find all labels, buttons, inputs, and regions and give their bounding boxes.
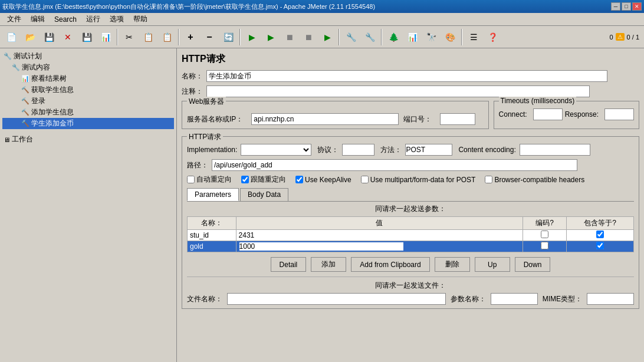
- checkbox-browser-compat[interactable]: Browser-compatible headers: [485, 176, 584, 184]
- checkbox-auto-redirect[interactable]: 自动重定向: [187, 175, 232, 185]
- minimize-button[interactable]: ─: [611, 2, 620, 11]
- tree-item-test-plan[interactable]: 🔧 测试计划: [2, 51, 174, 62]
- toolbar-tree[interactable]: 🌲: [385, 28, 402, 46]
- toolbar-list[interactable]: ☰: [465, 28, 482, 46]
- close-button[interactable]: ✕: [632, 2, 642, 11]
- toolbar-settings2[interactable]: 🔧: [361, 28, 379, 46]
- path-input[interactable]: [212, 159, 577, 171]
- tab-body-data[interactable]: Body Data: [240, 188, 288, 201]
- path-label: 路径：: [187, 160, 208, 170]
- row1-name[interactable]: stu_id: [188, 230, 236, 241]
- menu-run[interactable]: 运行: [81, 13, 105, 25]
- row1-encode[interactable]: [523, 230, 567, 241]
- table-title: 同请求一起发送参数：: [187, 204, 634, 214]
- warning-count: 0: [609, 34, 613, 41]
- param-name-input[interactable]: [491, 293, 538, 305]
- timeouts-group-title: Timeouts (milliseconds): [499, 97, 577, 105]
- comment-input[interactable]: [206, 85, 590, 97]
- up-button[interactable]: Up: [475, 257, 510, 272]
- toolbar-sep3: [239, 29, 241, 45]
- checkbox-keepalive[interactable]: Use KeepAlive: [295, 176, 351, 184]
- toolbar-stop[interactable]: ⏹: [281, 28, 298, 46]
- row2-name[interactable]: gold: [188, 241, 236, 252]
- row1-value[interactable]: 2431: [236, 230, 523, 241]
- toolbar-paint[interactable]: 🎨: [441, 28, 459, 46]
- add-button[interactable]: 添加: [311, 257, 346, 272]
- table-row[interactable]: stu_id 2431: [188, 230, 634, 241]
- toolbar-new[interactable]: 📄: [2, 28, 20, 46]
- auto-redirect-checkbox[interactable]: [187, 176, 195, 183]
- menu-file[interactable]: 文件: [2, 13, 26, 25]
- maximize-button[interactable]: □: [622, 2, 631, 11]
- menu-search[interactable]: Search: [50, 14, 81, 25]
- encoding-input[interactable]: [520, 144, 590, 156]
- toolbar-report[interactable]: 📊: [97, 28, 114, 46]
- row1-include[interactable]: [566, 230, 633, 241]
- toolbar-start2[interactable]: ▶: [262, 28, 280, 46]
- row2-value-input[interactable]: [239, 242, 404, 251]
- col-encode: 编码?: [523, 217, 567, 230]
- multipart-checkbox[interactable]: [361, 176, 369, 183]
- method-select[interactable]: GET POST PUT DELETE HEAD OPTIONS: [405, 144, 452, 156]
- table-row[interactable]: gold: [188, 241, 634, 252]
- toolbar-open[interactable]: 📂: [21, 28, 39, 46]
- browser-compat-checkbox[interactable]: [485, 176, 492, 183]
- tree-item-add-student[interactable]: 🔨 添加学生信息: [2, 107, 174, 118]
- test-plan-icon: 🔧: [4, 52, 12, 60]
- toolbar-remove[interactable]: −: [201, 28, 218, 46]
- toolbar-start[interactable]: ▶: [243, 28, 261, 46]
- row2-include[interactable]: [566, 241, 633, 252]
- tree-item-result-tree[interactable]: 📊 察看结果树: [2, 73, 174, 84]
- tree-item-add-gold[interactable]: 🔨 学生添加金币: [2, 118, 174, 129]
- tree-label-add-gold: 学生添加金币: [31, 119, 74, 129]
- connect-input[interactable]: [533, 108, 563, 120]
- server-input[interactable]: [251, 113, 399, 125]
- toolbar-paste[interactable]: 📋: [158, 28, 176, 46]
- toolbar-chart[interactable]: 📊: [403, 28, 421, 46]
- tree-item-test-content[interactable]: 🔧 测试内容: [2, 62, 174, 73]
- checkbox-multipart[interactable]: Use multipart/form-data for POST: [361, 176, 476, 184]
- param-name-label: 参数名称：: [451, 294, 486, 304]
- row2-value[interactable]: [236, 241, 523, 252]
- tree-label-result-tree: 察看结果树: [31, 74, 67, 84]
- tree-item-login[interactable]: 🔨 登录: [2, 96, 174, 107]
- file-name-label: 文件名称：: [187, 294, 222, 304]
- file-name-input[interactable]: [227, 293, 446, 305]
- tab-parameters[interactable]: Parameters: [187, 188, 239, 201]
- menu-help[interactable]: 帮助: [129, 13, 152, 25]
- toolbar-sep1: [117, 29, 118, 45]
- impl-select[interactable]: HttpClient3.1 HttpClient4 Java: [241, 144, 311, 156]
- keepalive-label: Use KeepAlive: [305, 176, 351, 184]
- port-input[interactable]: [440, 113, 475, 125]
- col-include: 包含等于?: [566, 217, 633, 230]
- response-input[interactable]: [604, 108, 634, 120]
- tree-item-workbench[interactable]: 🖥 工作台: [2, 134, 174, 145]
- menu-options[interactable]: 选项: [105, 13, 129, 25]
- mime-input[interactable]: [587, 293, 634, 305]
- menu-edit[interactable]: 编辑: [26, 13, 50, 25]
- checkbox-follow-redirect[interactable]: 跟随重定向: [241, 175, 286, 185]
- add-clipboard-button[interactable]: Add from Clipboard: [351, 257, 429, 272]
- down-button[interactable]: Down: [515, 257, 551, 272]
- comment-row: 注释：: [182, 85, 639, 97]
- name-input[interactable]: [206, 70, 607, 82]
- toolbar-stop2[interactable]: ⏹: [300, 28, 317, 46]
- toolbar-cut[interactable]: ✂: [120, 28, 138, 46]
- toolbar-help[interactable]: ❓: [484, 28, 501, 46]
- toolbar-binoculars[interactable]: 🔭: [422, 28, 440, 46]
- toolbar-play3[interactable]: ▶: [318, 28, 336, 46]
- toolbar-refresh[interactable]: 🔄: [219, 28, 237, 46]
- delete-button[interactable]: 删除: [435, 257, 470, 272]
- toolbar-save2[interactable]: 💾: [78, 28, 96, 46]
- protocol-input[interactable]: [342, 144, 374, 156]
- keepalive-checkbox[interactable]: [295, 176, 303, 183]
- detail-button[interactable]: Detail: [271, 257, 307, 272]
- row2-encode[interactable]: [523, 241, 567, 252]
- follow-redirect-checkbox[interactable]: [241, 176, 249, 183]
- toolbar-save[interactable]: 💾: [40, 28, 58, 46]
- toolbar-copy[interactable]: 📋: [139, 28, 157, 46]
- toolbar-add[interactable]: +: [182, 28, 199, 46]
- toolbar-settings[interactable]: 🔧: [342, 28, 360, 46]
- tree-item-get-student[interactable]: 🔨 获取学生信息: [2, 84, 174, 96]
- toolbar-close[interactable]: ✕: [59, 28, 77, 46]
